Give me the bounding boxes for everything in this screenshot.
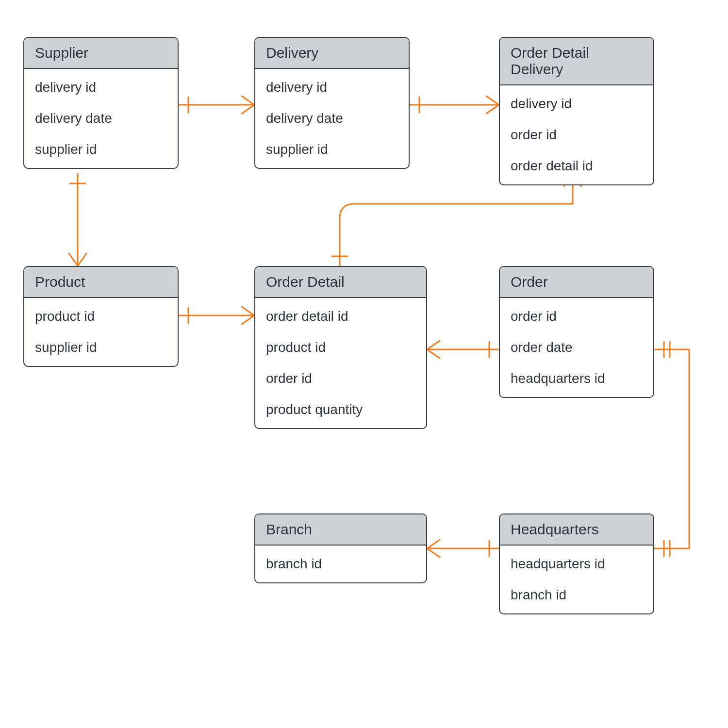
entity-attr: order id — [500, 301, 653, 332]
entity-attr: order detail id — [500, 150, 653, 182]
entity-attr: branch id — [500, 579, 653, 611]
entity-order[interactable]: Order order id order date headquarters i… — [499, 266, 654, 398]
entity-attributes: product id supplier id — [24, 298, 178, 366]
entity-attr: supplier id — [24, 134, 178, 165]
entity-attr: headquarters id — [500, 363, 653, 394]
entity-attr: supplier id — [24, 332, 178, 363]
entity-attr: delivery date — [24, 103, 178, 134]
entity-attr: delivery id — [500, 88, 653, 119]
svg-line-11 — [78, 253, 86, 266]
svg-line-3 — [242, 105, 254, 114]
entity-title: Headquarters — [500, 514, 653, 546]
entity-attr: product id — [24, 301, 178, 332]
entity-attr: supplier id — [255, 134, 409, 165]
svg-line-29 — [427, 548, 440, 557]
svg-line-28 — [427, 540, 440, 548]
entity-attributes: branch id — [255, 546, 426, 582]
entity-attr: product quantity — [255, 394, 426, 425]
entity-attr: product id — [255, 332, 426, 363]
entity-attributes: order id order date headquarters id — [500, 298, 653, 397]
svg-line-20 — [427, 341, 440, 349]
svg-line-2 — [242, 96, 254, 105]
svg-line-21 — [427, 349, 440, 358]
entity-delivery[interactable]: Delivery delivery id delivery date suppl… — [254, 37, 410, 169]
entity-attr: headquarters id — [500, 548, 653, 579]
entity-attributes: delivery id order id order detail id — [500, 85, 653, 184]
entity-title: Delivery — [255, 38, 409, 69]
entity-supplier[interactable]: Supplier delivery id delivery date suppl… — [23, 37, 179, 169]
entity-title: Order Detail Delivery — [500, 38, 653, 85]
entity-attr: delivery id — [24, 72, 178, 103]
entity-title: Supplier — [24, 38, 178, 69]
entity-title: Order Detail — [255, 267, 426, 298]
entity-attributes: delivery id delivery date supplier id — [255, 69, 409, 168]
svg-line-7 — [486, 105, 499, 114]
entity-attributes: order detail id product id order id prod… — [255, 298, 426, 428]
er-diagram-canvas: Supplier delivery id delivery date suppl… — [0, 0, 728, 728]
entity-attributes: delivery id delivery date supplier id — [24, 69, 178, 168]
entity-attr: order date — [500, 332, 653, 363]
entity-order-detail[interactable]: Order Detail order detail id product id … — [254, 266, 427, 429]
entity-product[interactable]: Product product id supplier id — [23, 266, 179, 367]
entity-attr: order detail id — [255, 301, 426, 332]
entity-attr: order id — [255, 363, 426, 394]
entity-attr: order id — [500, 119, 653, 150]
svg-line-15 — [242, 315, 254, 324]
svg-line-10 — [69, 253, 78, 266]
svg-line-6 — [486, 96, 499, 105]
entity-attr: delivery id — [255, 72, 409, 103]
entity-title: Order — [500, 267, 653, 298]
entity-order-detail-delivery[interactable]: Order Detail Delivery delivery id order … — [499, 37, 654, 185]
svg-line-14 — [242, 307, 254, 315]
entity-title: Product — [24, 267, 178, 298]
entity-attr: branch id — [255, 548, 426, 579]
entity-branch[interactable]: Branch branch id — [254, 513, 427, 583]
entity-attributes: headquarters id branch id — [500, 546, 653, 613]
entity-headquarters[interactable]: Headquarters headquarters id branch id — [499, 513, 654, 614]
entity-attr: delivery date — [255, 103, 409, 134]
entity-title: Branch — [255, 514, 426, 546]
